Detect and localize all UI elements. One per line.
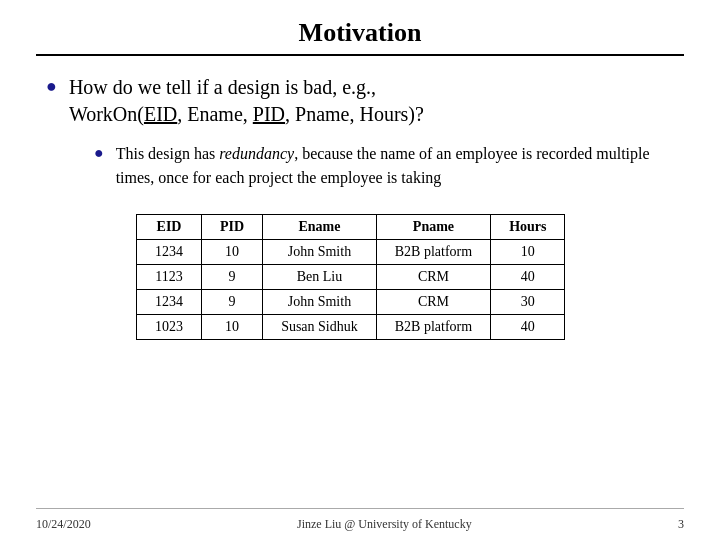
pname-text: Pname bbox=[295, 103, 349, 125]
main-bullet: ● How do we tell if a design is bad, e.g… bbox=[46, 74, 674, 128]
table-cell: 10 bbox=[202, 315, 263, 340]
table-header-row: EID PID Ename Pname Hours bbox=[137, 215, 565, 240]
table-cell: 1234 bbox=[137, 240, 202, 265]
footer-page: 3 bbox=[678, 517, 684, 532]
col-pid: PID bbox=[202, 215, 263, 240]
table-cell: John Smith bbox=[263, 240, 377, 265]
col-pname: Pname bbox=[376, 215, 490, 240]
col-ename: Ename bbox=[263, 215, 377, 240]
slide-title: Motivation bbox=[299, 18, 422, 47]
table-cell: 40 bbox=[491, 315, 565, 340]
table-cell: 1023 bbox=[137, 315, 202, 340]
col-hours: Hours bbox=[491, 215, 565, 240]
table-cell: B2B platform bbox=[376, 315, 490, 340]
sub-bullet: ● This design has redundancy, because th… bbox=[94, 142, 674, 190]
table-cell: CRM bbox=[376, 265, 490, 290]
table-cell: Susan Sidhuk bbox=[263, 315, 377, 340]
table-cell: 30 bbox=[491, 290, 565, 315]
footer-center: Jinze Liu @ University of Kentucky bbox=[297, 517, 472, 532]
table-cell: 40 bbox=[491, 265, 565, 290]
pid-text: PID bbox=[253, 103, 285, 125]
main-bullet-dot: ● bbox=[46, 76, 57, 97]
workon-text: WorkOn bbox=[69, 103, 137, 125]
hours-text: Hours bbox=[359, 103, 408, 125]
col-eid: EID bbox=[137, 215, 202, 240]
table-cell: 9 bbox=[202, 265, 263, 290]
footer-date: 10/24/2020 bbox=[36, 517, 91, 532]
sub-bullet-text: This design has redundancy, because the … bbox=[116, 142, 656, 190]
title-area: Motivation bbox=[36, 0, 684, 56]
table-cell: 1123 bbox=[137, 265, 202, 290]
slide: Motivation ● How do we tell if a design … bbox=[0, 0, 720, 540]
table-row: 11239Ben LiuCRM40 bbox=[137, 265, 565, 290]
table-row: 12349John SmithCRM30 bbox=[137, 290, 565, 315]
main-bullet-text: How do we tell if a design is bad, e.g.,… bbox=[69, 74, 424, 128]
eid-text: EID bbox=[144, 103, 177, 125]
sub-bullet-dot: ● bbox=[94, 144, 104, 162]
table-cell: 10 bbox=[491, 240, 565, 265]
table-row: 123410John SmithB2B platform10 bbox=[137, 240, 565, 265]
redundancy-word: redundancy bbox=[219, 145, 294, 162]
ename-text: Ename bbox=[187, 103, 243, 125]
table-cell: 10 bbox=[202, 240, 263, 265]
data-table: EID PID Ename Pname Hours 123410John Smi… bbox=[136, 214, 565, 340]
table-cell: John Smith bbox=[263, 290, 377, 315]
table-cell: Ben Liu bbox=[263, 265, 377, 290]
table-row: 102310Susan SidhukB2B platform40 bbox=[137, 315, 565, 340]
table-cell: B2B platform bbox=[376, 240, 490, 265]
table-container: EID PID Ename Pname Hours 123410John Smi… bbox=[136, 214, 674, 340]
table-cell: CRM bbox=[376, 290, 490, 315]
table-cell: 1234 bbox=[137, 290, 202, 315]
footer: 10/24/2020 Jinze Liu @ University of Ken… bbox=[36, 508, 684, 540]
table-cell: 9 bbox=[202, 290, 263, 315]
content-area: ● How do we tell if a design is bad, e.g… bbox=[36, 74, 684, 508]
